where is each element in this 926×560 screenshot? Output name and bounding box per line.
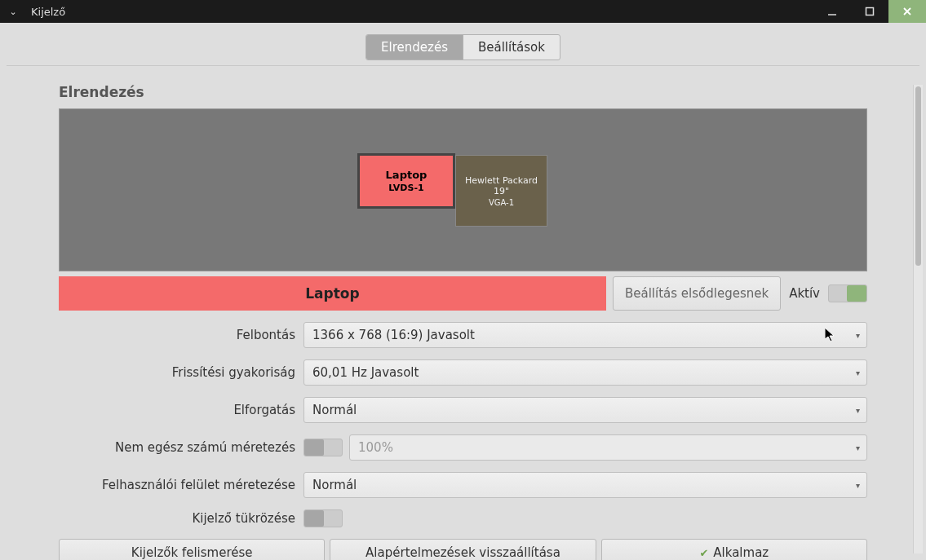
section-title: Elrendezés [59,84,867,100]
fractional-toggle[interactable] [303,439,343,456]
active-label: Aktív [787,276,822,311]
display-layout-canvas[interactable]: Hewlett Packard 19" VGA-1 Laptop LVDS-1 [59,108,867,271]
set-primary-button[interactable]: Beállítás elsődlegesnek [613,276,781,311]
close-button[interactable] [888,0,926,23]
apply-button[interactable]: ✔ Alkalmaz [601,539,867,560]
refresh-label: Frissítési gyakoriság [59,365,295,380]
fractional-select: 100% ▾ [349,434,867,461]
display-laptop-port: LVDS-1 [388,183,423,193]
identify-button[interactable]: Kijelzők felismerése [59,539,325,560]
mirror-label: Kijelző tükrözése [59,511,295,526]
svg-rect-1 [866,8,874,15]
resolution-label: Felbontás [59,328,295,342]
maximize-button[interactable] [851,0,888,23]
chevron-down-icon: ▾ [856,406,860,415]
rotation-value: Normál [312,403,357,417]
display-external-name: Hewlett Packard 19" [456,175,547,196]
minimize-button[interactable] [813,0,851,23]
tab-layout[interactable]: Elrendezés [366,35,463,60]
scrollbar[interactable] [913,85,923,553]
scrollbar-thumb[interactable] [915,86,921,266]
refresh-value: 60,01 Hz Javasolt [312,365,419,380]
mirror-toggle[interactable] [303,509,343,527]
resolution-select[interactable]: 1366 x 768 (16:9) Javasolt ▾ [303,322,867,348]
fractional-value: 100% [358,440,393,455]
display-laptop[interactable]: Laptop LVDS-1 [357,153,455,209]
chevron-down-icon: ▾ [856,331,860,340]
reset-button[interactable]: Alapértelmezések visszaállítása [330,539,596,560]
tab-bar: Elrendezés Beállítások [7,34,919,60]
chevron-down-icon: ▾ [856,443,860,452]
window-menu-icon[interactable]: ⌄ [0,7,26,17]
resolution-value: 1366 x 768 (16:9) Javasolt [312,328,475,342]
chevron-down-icon: ▾ [856,481,860,490]
chevron-down-icon: ▾ [856,368,860,377]
tab-settings[interactable]: Beállítások [463,35,560,60]
rotation-select[interactable]: Normál ▾ [303,397,867,423]
display-laptop-name: Laptop [386,169,428,181]
selected-display-badge: Laptop [59,276,606,311]
ui-scale-select[interactable]: Normál ▾ [303,472,867,498]
titlebar: ⌄ Kijelző [0,0,926,23]
apply-label: Alkalmaz [713,545,769,560]
fractional-label: Nem egész számú méretezés [59,440,295,455]
display-external-port: VGA-1 [489,198,514,207]
check-icon: ✔ [699,547,708,559]
display-external[interactable]: Hewlett Packard 19" VGA-1 [455,155,547,227]
active-toggle[interactable] [828,284,867,302]
window-title: Kijelző [26,6,65,18]
ui-scale-label: Felhasználói felület méretezése [59,478,295,492]
ui-scale-value: Normál [312,478,357,492]
rotation-label: Elforgatás [59,403,295,417]
refresh-select[interactable]: 60,01 Hz Javasolt ▾ [303,359,867,386]
